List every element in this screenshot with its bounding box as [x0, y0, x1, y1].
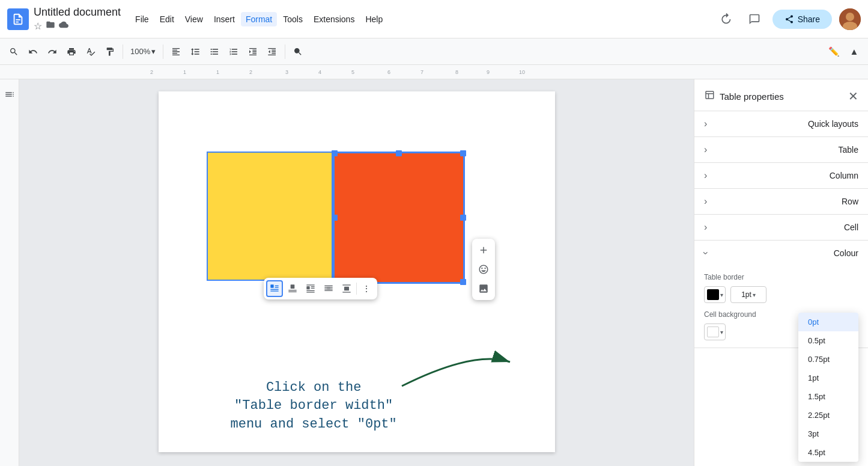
add-btn[interactable] [475, 241, 493, 259]
search-toolbar-btn[interactable] [5, 43, 23, 61]
chevron-row: › [704, 196, 707, 207]
handle-br[interactable] [460, 279, 466, 285]
line-spacing-btn[interactable] [186, 43, 204, 61]
menu-insert[interactable]: Insert [209, 12, 240, 26]
chevron-cell: › [704, 222, 707, 233]
chevron-colour: › [700, 251, 711, 254]
ordered-list-btn[interactable] [225, 43, 243, 61]
ruler: 2 1 1 2 3 4 5 6 7 8 9 10 [0, 65, 868, 79]
ruler-num-11: 9 [487, 69, 490, 75]
bw-option-05pt[interactable]: 0.5pt [798, 331, 858, 350]
side-mini-toolbar [472, 239, 495, 300]
annotation-line1: Click on the [231, 379, 397, 397]
bw-option-0pt[interactable]: 0pt [798, 313, 858, 331]
highlight-btn[interactable] [289, 43, 307, 61]
collapse-toolbar-btn[interactable]: ▲ [845, 43, 863, 61]
history-icon[interactable] [715, 8, 736, 30]
border-width-container: 1pt ▾ [730, 286, 766, 303]
list-btn[interactable] [205, 43, 223, 61]
image-btn[interactable] [475, 280, 493, 298]
bw-option-3pt[interactable]: 3pt [798, 425, 858, 443]
bw-option-075pt[interactable]: 0.75pt [798, 350, 858, 369]
wrap-front-btn[interactable] [338, 280, 355, 297]
toolbar-sep-3 [285, 44, 285, 59]
bw-option-225pt[interactable]: 2.25pt [798, 406, 858, 425]
right-panel: Table properties ✕ › Quick layouts › Tab… [694, 79, 868, 466]
pen-btn[interactable]: ✏️ [825, 43, 843, 61]
folder-icon[interactable] [46, 20, 55, 32]
section-table-header[interactable]: › Table [694, 137, 868, 162]
section-colour-header[interactable]: › Colour [694, 241, 868, 266]
section-column-header[interactable]: › Column [694, 163, 868, 188]
section-colour-title: Colour [834, 248, 858, 258]
handle-top[interactable] [396, 150, 402, 156]
spellcheck-btn[interactable] [82, 43, 100, 61]
ruler-num-1: 2 [150, 69, 153, 75]
print-btn[interactable] [62, 43, 80, 61]
handle-mr[interactable] [460, 215, 466, 221]
svg-rect-3 [270, 284, 273, 287]
wrap-behind-btn[interactable] [320, 280, 337, 297]
doc-table[interactable] [207, 152, 465, 284]
doc-area: ⋮ Click on the "Table border width" menu… [19, 79, 694, 466]
menu-file[interactable]: File [130, 12, 154, 26]
wrap-break-btn[interactable] [284, 280, 301, 297]
handle-ml[interactable] [332, 215, 338, 221]
section-table-title: Table [839, 145, 858, 155]
wrap-wrap-btn[interactable] [302, 280, 319, 297]
chevron-table: › [704, 144, 707, 155]
handle-tl[interactable] [332, 150, 338, 156]
top-bar: Untitled document ☆ File Edit View Inser… [0, 0, 868, 38]
ruler-num-4: 2 [249, 69, 252, 75]
user-avatar[interactable] [839, 8, 861, 30]
menu-format[interactable]: Format [241, 12, 277, 26]
table-cell-yellow[interactable] [207, 152, 333, 281]
undo-btn[interactable] [24, 43, 42, 61]
cloud-icon[interactable] [59, 20, 68, 32]
panel-title: Table properties [704, 90, 784, 103]
border-width-selector[interactable]: 1pt ▾ [730, 286, 766, 303]
ruler-num-12: 10 [519, 69, 525, 75]
outdent-btn[interactable] [263, 43, 281, 61]
border-width-dropdown[interactable]: 0pt 0.5pt 0.75pt 1pt 1.5pt 2.25pt 3pt 4.… [798, 313, 858, 462]
section-quick-layouts-title: Quick layouts [808, 119, 858, 129]
wrap-inline-btn[interactable] [266, 280, 283, 297]
text-align-btn[interactable] [167, 43, 185, 61]
redo-btn[interactable] [43, 43, 61, 61]
ruler-content: 2 1 1 2 3 4 5 6 7 8 9 10 [138, 65, 535, 79]
handle-tr[interactable] [460, 150, 466, 156]
ruler-num-8: 6 [387, 69, 390, 75]
border-color-swatch[interactable]: ▾ [704, 286, 726, 303]
indent-btn[interactable] [244, 43, 262, 61]
share-button[interactable]: Share [772, 10, 832, 29]
bw-option-1pt[interactable]: 1pt [798, 369, 858, 387]
svg-rect-8 [290, 284, 294, 289]
menu-view[interactable]: View [180, 12, 208, 26]
star-icon[interactable]: ☆ [34, 20, 42, 32]
bw-option-15pt[interactable]: 1.5pt [798, 387, 858, 406]
menu-extensions[interactable]: Extensions [309, 12, 359, 26]
menu-tools[interactable]: Tools [278, 12, 308, 26]
section-row-header[interactable]: › Row [694, 189, 868, 214]
menu-help[interactable]: Help [360, 12, 387, 26]
table-cell-orange[interactable] [333, 152, 465, 284]
zoom-dropdown[interactable]: 100% ▾ [127, 43, 159, 60]
section-cell-title: Cell [844, 222, 858, 232]
menu-edit[interactable]: Edit [155, 12, 179, 26]
section-cell-header[interactable]: › Cell [694, 215, 868, 240]
format-paint-btn[interactable] [101, 43, 119, 61]
toolbar-right: ✏️ ▲ [825, 43, 863, 61]
more-options-btn[interactable]: ⋮ [358, 280, 375, 297]
bg-color-swatch[interactable]: ▾ [704, 323, 726, 340]
border-colour-row: ▾ 1pt ▾ [704, 286, 858, 303]
close-panel-btn[interactable]: ✕ [848, 89, 858, 103]
comments-icon[interactable] [744, 8, 765, 30]
bw-option-45pt[interactable]: 4.5pt [798, 443, 858, 462]
section-quick-layouts-header[interactable]: › Quick layouts [694, 111, 868, 136]
table-icon [704, 90, 715, 103]
annotation-line2: "Table border width" [231, 397, 397, 415]
annotation-line3: menu and select "0pt" [231, 415, 397, 434]
doc-title[interactable]: Untitled document [34, 6, 121, 19]
outline-icon[interactable] [4, 89, 15, 103]
emoji-btn[interactable] [475, 260, 493, 278]
